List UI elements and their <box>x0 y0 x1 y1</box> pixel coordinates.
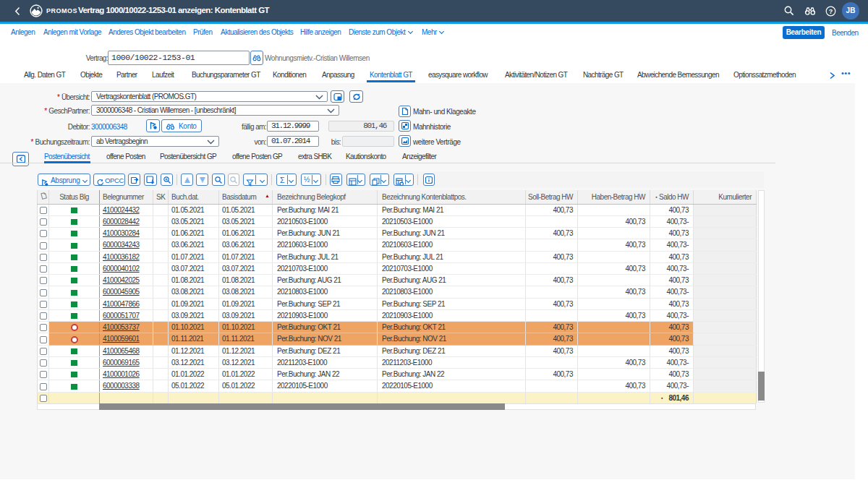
svg-text:?: ? <box>829 8 833 15</box>
